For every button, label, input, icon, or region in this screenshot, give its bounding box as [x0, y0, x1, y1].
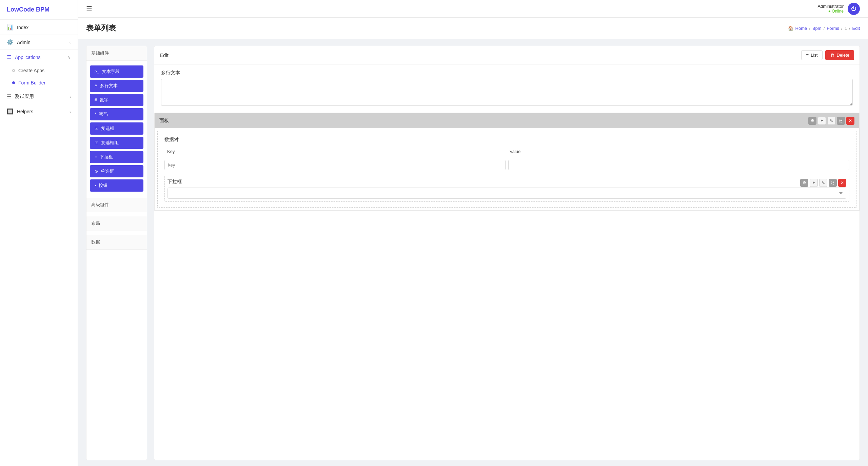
dropdown-field-label: 下拉框 — [167, 179, 846, 185]
component-radio[interactable]: ⊙ 单选框 — [90, 165, 143, 177]
online-status: ● Online — [817, 9, 844, 14]
component-checkbox[interactable]: ☑ 复选框 — [90, 122, 143, 135]
form-canvas: Edit ≡ List 🗑 Delete — [154, 46, 860, 460]
panel-add-btn[interactable]: + — [818, 117, 826, 125]
value-col-header: Value — [507, 149, 849, 154]
checkbox-label: 复选框 — [101, 125, 114, 132]
panel-edit-btn[interactable]: ✎ — [827, 117, 835, 125]
breadcrumb-home-icon: 🏠 — [788, 26, 793, 31]
admin-chevron: ‹ — [70, 40, 71, 45]
component-panel: 基础组件 >_ 文本字段 A 多行文本 # 数字 * 密码 — [86, 46, 147, 460]
edit-label: Edit — [160, 52, 169, 58]
content-area: 表单列表 🏠 Home / Bpm / Forms / 1 / Edit 基础组… — [78, 18, 868, 466]
component-button[interactable]: ▪ 按钮 — [90, 179, 143, 192]
brand-logo: LowCode BPM — [0, 0, 78, 20]
dropdown-label: 下拉框 — [100, 154, 113, 160]
hamburger-menu[interactable]: ☰ — [86, 5, 92, 13]
delete-button[interactable]: 🗑 Delete — [825, 50, 854, 60]
multiline-text-field: 多行文本 — [154, 64, 860, 113]
kv-row — [164, 160, 849, 170]
layout-header: 布局 — [86, 216, 147, 231]
bc-sep4: / — [849, 26, 850, 31]
sidebar-item-admin[interactable]: ⚙️ Admin ‹ — [0, 35, 78, 50]
sidebar-label-form-builder: Form Builder — [18, 80, 45, 85]
breadcrumb-forms[interactable]: Forms — [827, 26, 839, 31]
sidebar-item-applications[interactable]: ☰ Applications ∨ — [0, 50, 78, 64]
panel-label: 面板 — [159, 118, 169, 124]
data-pair-label: 数据对 — [164, 137, 849, 143]
form-builder-dot — [12, 81, 15, 84]
page-header: 表单列表 🏠 Home / Bpm / Forms / 1 / Edit — [78, 18, 868, 39]
canvas-header: Edit ≡ List 🗑 Delete — [154, 46, 860, 64]
create-apps-dot — [12, 69, 15, 72]
number-icon: # — [95, 98, 97, 102]
applications-chevron: ∨ — [68, 55, 71, 60]
dropdown-controls: ⚙ + ✎ ⛓ ✕ — [800, 179, 846, 187]
radio-icon: ⊙ — [95, 169, 98, 174]
breadcrumb-edit[interactable]: Edit — [852, 26, 860, 31]
sidebar: LowCode BPM 📊 Index ⚙️ Admin ‹ ☰ Applica… — [0, 0, 78, 466]
basic-components-header: 基础组件 — [86, 46, 147, 61]
breadcrumb-bpm[interactable]: Bpm — [812, 26, 822, 31]
breadcrumb-home[interactable]: Home — [795, 26, 807, 31]
key-input[interactable] — [164, 160, 506, 170]
user-name: Administrator — [817, 4, 844, 9]
dropdown-select[interactable] — [167, 188, 846, 199]
helpers-chevron: ‹ — [70, 109, 71, 114]
component-text-field[interactable]: >_ 文本字段 — [90, 65, 143, 78]
button-label: 按钮 — [99, 182, 107, 189]
component-checkbox-group[interactable]: ☑ 复选框组 — [90, 137, 143, 149]
sidebar-label-helpers: Helpers — [17, 109, 33, 114]
test-app-icon: ☰ — [7, 93, 12, 100]
page-title: 表单列表 — [86, 23, 116, 33]
panel-block: 面板 ⚙ + ✎ ⛓ ✕ 数据对 — [154, 113, 860, 211]
number-label: 数字 — [100, 97, 108, 103]
password-icon: * — [95, 112, 96, 117]
list-button[interactable]: ≡ List — [801, 50, 823, 60]
panel-settings-btn[interactable]: ⚙ — [808, 117, 816, 125]
sidebar-label-create-apps: Create Apps — [18, 68, 44, 73]
user-info: Administrator ● Online — [817, 4, 844, 14]
delete-label: Delete — [836, 53, 849, 58]
bc-sep3: / — [841, 26, 843, 31]
multiline-textarea[interactable] — [161, 79, 853, 106]
advanced-components-header: 高级组件 — [86, 198, 147, 212]
panel-link-btn[interactable]: ⛓ — [837, 117, 845, 125]
dropdown-settings-btn[interactable]: ⚙ — [800, 179, 808, 187]
breadcrumb: 🏠 Home / Bpm / Forms / 1 / Edit — [788, 26, 860, 31]
list-label: List — [811, 53, 817, 58]
sidebar-item-test-app[interactable]: ☰ 测试应用 ‹ — [0, 89, 78, 104]
user-avatar-button[interactable]: ⏻ — [848, 3, 860, 15]
kv-header: Key Value — [164, 146, 849, 157]
trash-icon: 🗑 — [830, 53, 834, 58]
component-multiline[interactable]: A 多行文本 — [90, 80, 143, 92]
component-number[interactable]: # 数字 — [90, 94, 143, 106]
value-input[interactable] — [508, 160, 849, 170]
sidebar-item-create-apps[interactable]: Create Apps — [0, 64, 78, 77]
applications-icon: ☰ — [7, 54, 12, 60]
dropdown-section: ⚙ + ✎ ⛓ ✕ 下拉框 — [164, 176, 849, 202]
sidebar-label-admin: Admin — [17, 40, 31, 45]
admin-icon: ⚙️ — [7, 39, 14, 45]
panel-controls: ⚙ + ✎ ⛓ ✕ — [808, 117, 854, 125]
dropdown-edit-btn[interactable]: ✎ — [819, 179, 827, 187]
bc-sep1: / — [809, 26, 810, 31]
multiline-icon: A — [95, 83, 97, 88]
sidebar-item-index[interactable]: 📊 Index — [0, 20, 78, 35]
dropdown-icon: ≡ — [95, 155, 97, 159]
component-dropdown[interactable]: ≡ 下拉框 — [90, 151, 143, 163]
panel-header-bar: 面板 ⚙ + ✎ ⛓ ✕ — [155, 113, 859, 128]
component-password[interactable]: * 密码 — [90, 108, 143, 120]
checkbox-group-icon: ☑ — [95, 140, 98, 145]
checkbox-group-label: 复选框组 — [101, 140, 119, 146]
sidebar-label-test-app: 测试应用 — [15, 94, 34, 100]
panel-delete-btn[interactable]: ✕ — [846, 117, 854, 125]
dropdown-link-btn[interactable]: ⛓ — [829, 179, 837, 187]
helpers-icon: 🔲 — [7, 108, 14, 115]
dropdown-add-btn[interactable]: + — [810, 179, 818, 187]
sidebar-item-helpers[interactable]: 🔲 Helpers ‹ — [0, 104, 78, 119]
multiline-text-label: 多行文本 — [161, 70, 853, 76]
sidebar-item-form-builder[interactable]: Form Builder — [0, 77, 78, 89]
test-app-chevron: ‹ — [70, 94, 71, 99]
dropdown-delete-btn[interactable]: ✕ — [838, 179, 846, 187]
